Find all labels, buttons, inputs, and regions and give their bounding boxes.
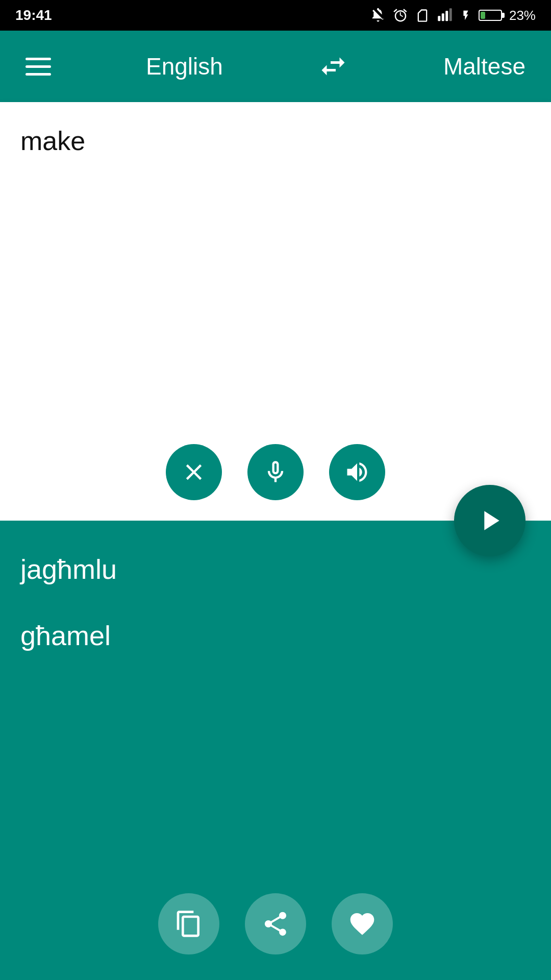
input-section: make [0, 102, 551, 521]
translate-fab-button[interactable] [454, 485, 525, 556]
battery-percent: 23% [509, 8, 536, 23]
svg-rect-1 [442, 13, 444, 21]
share-button[interactable] [245, 893, 306, 954]
speak-source-button[interactable] [329, 444, 385, 500]
sim-icon [415, 8, 430, 22]
status-time: 19:41 [15, 7, 52, 23]
main-content: make ja [0, 102, 551, 980]
output-section: jagħmlu għamel [0, 521, 551, 980]
mic-icon [262, 459, 289, 485]
close-icon [181, 459, 207, 485]
svg-rect-2 [445, 11, 448, 21]
copy-icon [174, 910, 203, 938]
battery-indicator [479, 10, 502, 21]
app-header: English Maltese [0, 31, 551, 102]
status-icons: 23% [370, 8, 536, 23]
svg-rect-3 [449, 8, 452, 21]
source-language-button[interactable]: English [146, 53, 223, 80]
microphone-button[interactable] [247, 444, 304, 500]
clear-button[interactable] [166, 444, 222, 500]
translation-line-2: għamel [20, 618, 531, 653]
heart-icon [348, 910, 377, 938]
target-language-button[interactable]: Maltese [443, 53, 525, 80]
output-controls [158, 893, 393, 954]
share-icon [261, 910, 290, 938]
swap-languages-button[interactable] [318, 51, 348, 82]
copy-button[interactable] [158, 893, 219, 954]
send-icon [473, 504, 506, 537]
input-controls [166, 444, 385, 500]
status-bar: 19:41 23% [0, 0, 551, 31]
favorite-button[interactable] [332, 893, 393, 954]
charging-icon [460, 8, 471, 23]
translation-line-1: jagħmlu [20, 551, 531, 587]
svg-rect-0 [438, 16, 440, 21]
volume-icon [344, 459, 370, 485]
signal-icon [437, 8, 453, 23]
bell-muted-icon [370, 8, 386, 23]
source-text[interactable]: make [20, 122, 531, 160]
alarm-icon [393, 8, 408, 23]
menu-button[interactable] [26, 58, 51, 76]
